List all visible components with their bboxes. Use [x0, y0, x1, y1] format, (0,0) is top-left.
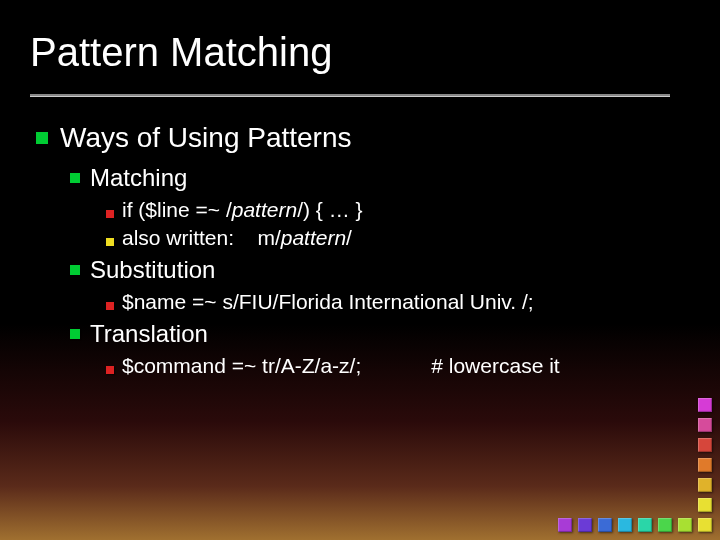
content-body: Ways of Using Patterns Matching if ($lin…: [36, 118, 680, 382]
deco-square-icon: [658, 518, 672, 532]
bullet-level3: $name =~ s/FIU/Florida International Uni…: [106, 290, 680, 314]
deco-square-icon: [698, 478, 712, 492]
bullet-level3: $command =~ tr/A-Z/a-z/;# lowercase it: [106, 354, 680, 378]
deco-square-icon: [618, 518, 632, 532]
deco-column: [698, 398, 712, 512]
text-italic: pattern: [232, 198, 297, 221]
deco-square-icon: [698, 398, 712, 412]
square-bullet-icon: [106, 366, 114, 374]
deco-square-icon: [698, 458, 712, 472]
bullet-level3: also written: m/pattern/: [106, 226, 680, 250]
text-italic: pattern: [281, 226, 346, 249]
square-bullet-icon: [106, 238, 114, 246]
deco-square-icon: [698, 418, 712, 432]
deco-square-icon: [678, 518, 692, 532]
square-bullet-icon: [36, 132, 48, 144]
text-post: /) { … }: [297, 198, 362, 221]
lvl3-text: also written: m/pattern/: [122, 226, 352, 250]
lvl2-heading: Substitution: [90, 256, 215, 284]
deco-square-icon: [698, 518, 712, 532]
square-bullet-icon: [70, 265, 80, 275]
lvl3-text: if ($line =~ /pattern/) { … }: [122, 198, 362, 222]
square-bullet-icon: [106, 302, 114, 310]
text-pre: also written: m/: [122, 226, 281, 249]
bullet-level2: Substitution: [70, 256, 680, 284]
slide: Pattern Matching Ways of Using Patterns …: [0, 0, 720, 540]
text-pre: $name =~ s/FIU/Florida International Uni…: [122, 290, 534, 313]
text-pre: $command =~ tr/A-Z/a-z/;: [122, 354, 361, 377]
text-post: /: [346, 226, 352, 249]
lvl3-text: $name =~ s/FIU/Florida International Uni…: [122, 290, 534, 314]
deco-row: [558, 518, 712, 532]
bullet-level1: Ways of Using Patterns: [36, 122, 680, 154]
lvl2-heading: Matching: [90, 164, 187, 192]
square-bullet-icon: [70, 329, 80, 339]
lvl1-text: Ways of Using Patterns: [60, 122, 352, 154]
square-bullet-icon: [70, 173, 80, 183]
lvl2-heading: Translation: [90, 320, 208, 348]
deco-square-icon: [698, 498, 712, 512]
bullet-level2: Matching: [70, 164, 680, 192]
text-comment: # lowercase it: [431, 354, 559, 378]
bullet-level3: if ($line =~ /pattern/) { … }: [106, 198, 680, 222]
title-underline: [30, 94, 670, 96]
deco-square-icon: [558, 518, 572, 532]
deco-square-icon: [598, 518, 612, 532]
page-title: Pattern Matching: [30, 30, 332, 75]
deco-square-icon: [698, 438, 712, 452]
deco-square-icon: [638, 518, 652, 532]
deco-square-icon: [578, 518, 592, 532]
square-bullet-icon: [106, 210, 114, 218]
text-pre: if ($line =~ /: [122, 198, 232, 221]
lvl3-text: $command =~ tr/A-Z/a-z/;# lowercase it: [122, 354, 560, 378]
bullet-level2: Translation: [70, 320, 680, 348]
